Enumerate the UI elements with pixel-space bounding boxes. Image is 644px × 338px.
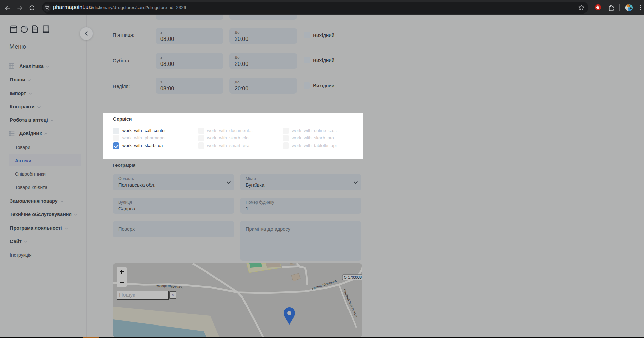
svg-text:О-1703038: О-1703038 (344, 275, 362, 279)
